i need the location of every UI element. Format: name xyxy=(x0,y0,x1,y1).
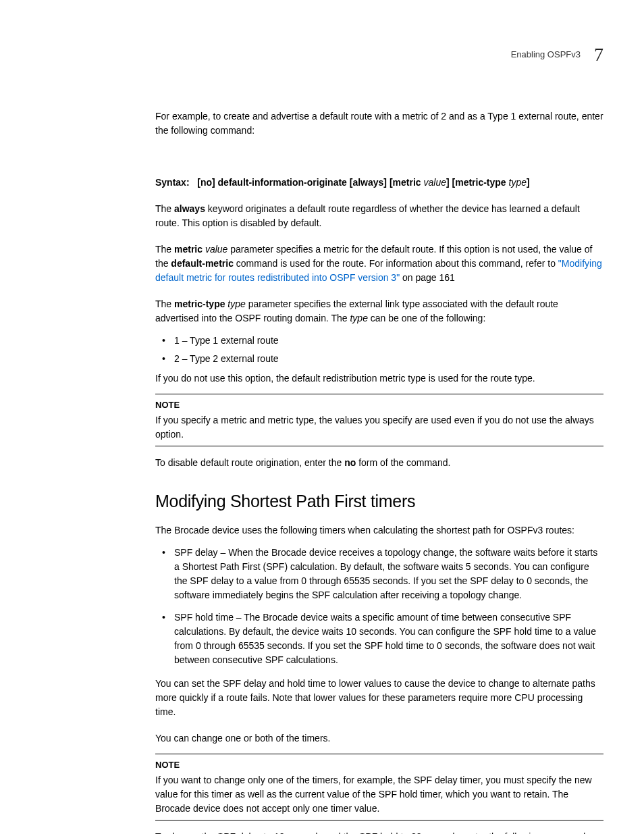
text: form of the command. xyxy=(356,457,450,468)
syntax-body1: [no] default-information-originate [alwa… xyxy=(197,177,423,188)
note-box: NOTE If you specify a metric and metric … xyxy=(155,394,603,446)
type-list: 1 – Type 1 external route 2 – Type 2 ext… xyxy=(155,334,603,366)
spf-lower-paragraph: You can set the SPF delay and hold time … xyxy=(155,677,603,719)
metric-type-keyword: metric-type xyxy=(174,298,225,309)
syntax-value: value xyxy=(424,177,446,188)
syntax-type: type xyxy=(509,177,527,188)
change-command-paragraph: To change the SPF delay to 10 seconds an… xyxy=(155,830,603,835)
chapter-number: 7 xyxy=(594,41,603,69)
note-body: If you specify a metric and metric type,… xyxy=(155,413,603,442)
list-item: 1 – Type 1 external route xyxy=(155,334,603,348)
disable-paragraph: To disable default route origination, en… xyxy=(155,456,603,470)
list-item: 2 – Type 2 external route xyxy=(155,352,603,366)
text: command is used for the route. For infor… xyxy=(234,258,558,269)
change-paragraph: You can change one or both of the timers… xyxy=(155,731,603,746)
syntax-line: Syntax: [no] default-information-origina… xyxy=(155,176,603,190)
metric-type-paragraph: The metric-type type parameter specifies… xyxy=(155,297,603,325)
syntax-body2: ] [metric-type xyxy=(446,177,509,188)
syntax-body3: ] xyxy=(527,177,530,188)
type-value: type xyxy=(350,313,367,323)
spf-intro-paragraph: The Brocade device uses the following ti… xyxy=(155,523,603,538)
text: To disable default route origination, en… xyxy=(155,457,344,468)
list-item: SPF hold time – The Brocade device waits… xyxy=(155,610,603,667)
intro-paragraph: For example, to create and advertise a d… xyxy=(155,109,603,138)
metric-keyword: metric xyxy=(174,244,203,255)
metric-value: value xyxy=(203,244,227,255)
text: on page 161 xyxy=(400,272,455,283)
always-keyword: always xyxy=(174,203,205,214)
header-section-text: Enabling OSPFv3 xyxy=(511,48,581,61)
page-content: For example, to create and advertise a d… xyxy=(41,109,603,834)
text: can be one of the following: xyxy=(368,313,485,323)
note-body: If you want to change only one of the ti… xyxy=(155,773,603,816)
default-redist-paragraph: If you do not use this option, the defau… xyxy=(155,371,603,386)
text: The xyxy=(155,244,174,255)
text: The xyxy=(155,298,174,309)
note-title: NOTE xyxy=(155,398,603,412)
text: The xyxy=(155,203,174,214)
metric-paragraph: The metric value parameter specifies a m… xyxy=(155,242,603,285)
always-paragraph: The always keyword originates a default … xyxy=(155,202,603,230)
default-metric-keyword: default-metric xyxy=(171,258,234,269)
metric-type-value: type xyxy=(225,298,245,309)
spf-list: SPF delay – When the Brocade device rece… xyxy=(155,546,603,667)
page-header: Enabling OSPFv3 7 xyxy=(41,41,603,69)
list-item: SPF delay – When the Brocade device rece… xyxy=(155,546,603,602)
text: keyword originates a default route regar… xyxy=(155,203,580,228)
note-box: NOTE If you want to change only one of t… xyxy=(155,754,603,820)
syntax-label: Syntax: xyxy=(155,177,190,188)
note-title: NOTE xyxy=(155,758,603,772)
section-heading-spf-timers: Modifying Shortest Path First timers xyxy=(155,489,603,515)
no-keyword: no xyxy=(344,457,356,468)
